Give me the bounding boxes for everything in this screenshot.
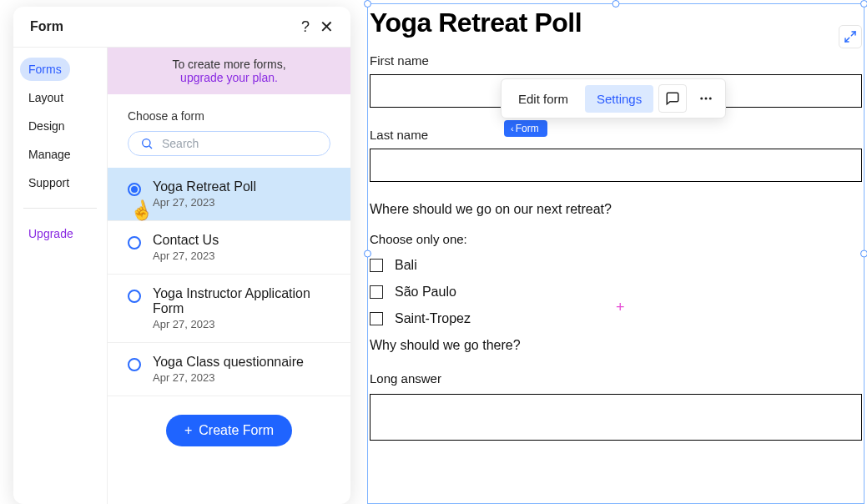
form-item-texts: Yoga Instructor Application Form Apr 27,… <box>153 286 330 330</box>
svg-point-0 <box>143 139 150 147</box>
upgrade-banner-line1: To create more forms, <box>172 58 285 71</box>
sidebar-item-forms[interactable]: Forms <box>20 58 70 81</box>
resize-handle-icon[interactable] <box>860 0 867 8</box>
search-box[interactable] <box>128 131 330 156</box>
option-label: Saint-Tropez <box>395 311 471 326</box>
option-row[interactable]: Saint-Tropez <box>370 311 864 326</box>
form-item-date: Apr 27, 2023 <box>153 249 219 262</box>
option-row[interactable]: Bali <box>370 258 864 273</box>
long-answer-label: Long answer <box>370 371 864 386</box>
option-label: Bali <box>395 258 417 273</box>
expand-icon[interactable] <box>839 25 862 48</box>
form-list-item[interactable]: Yoga Class questionnaire Apr 27, 2023 <box>108 343 350 396</box>
form-heading: Yoga Retreat Poll <box>370 6 864 53</box>
form-item-texts: Contact Us Apr 27, 2023 <box>153 233 219 262</box>
sidebar-item-design[interactable]: Design <box>20 114 73 138</box>
search-wrap <box>108 131 350 168</box>
form-panel: Form ? ✕ Forms Layout Design Manage Supp… <box>13 7 350 504</box>
form-item-title: Yoga Instructor Application Form <box>153 286 330 316</box>
more-icon[interactable] <box>692 84 720 113</box>
choose-a-form-label: Choose a form <box>108 94 350 131</box>
checkbox-icon[interactable] <box>370 312 383 325</box>
form-item-texts: Yoga Retreat Poll Apr 27, 2023 <box>153 179 256 209</box>
panel-title: Form <box>30 19 63 34</box>
panel-body: Forms Layout Design Manage Support Upgra… <box>13 48 350 504</box>
sidebar-item-support[interactable]: Support <box>20 171 78 194</box>
resize-handle-icon[interactable] <box>364 0 371 8</box>
form-item-title: Yoga Retreat Poll <box>153 179 256 194</box>
form-item-title: Contact Us <box>153 233 219 248</box>
first-name-label: First name <box>370 53 864 68</box>
form-item-date: Apr 27, 2023 <box>153 196 256 209</box>
form-list-item[interactable]: Contact Us Apr 27, 2023 <box>108 221 350 275</box>
side-main: To create more forms, upgrade your plan.… <box>107 48 350 504</box>
question-2-text: Why should we go there? <box>370 338 864 353</box>
edit-form-button[interactable]: Edit form <box>507 85 580 113</box>
sidebar-upgrade-link[interactable]: Upgrade <box>20 222 100 245</box>
form-list: Yoga Retreat Poll Apr 27, 2023 Contact U… <box>108 168 350 396</box>
svg-point-6 <box>709 98 712 100</box>
resize-handle-icon[interactable] <box>860 250 867 258</box>
search-input[interactable] <box>162 137 318 150</box>
choose-one-label: Choose only one: <box>370 232 864 246</box>
last-name-input[interactable] <box>370 149 862 182</box>
create-form-button[interactable]: + Create Form <box>166 415 292 446</box>
form-list-item[interactable]: Yoga Instructor Application Form Apr 27,… <box>108 275 350 343</box>
sidebar-divider <box>23 208 97 209</box>
element-toolbar: Edit form Settings <box>501 78 726 118</box>
upgrade-banner: To create more forms, upgrade your plan. <box>108 48 350 94</box>
breadcrumb-label: Form <box>516 123 539 134</box>
create-form-wrap: + Create Form <box>108 396 350 465</box>
option-row[interactable]: São Paulo <box>370 285 864 300</box>
form-item-date: Apr 27, 2023 <box>153 371 304 384</box>
long-answer-input[interactable] <box>370 394 862 441</box>
form-item-texts: Yoga Class questionnaire Apr 27, 2023 <box>153 355 304 384</box>
checkbox-icon[interactable] <box>370 259 383 272</box>
svg-point-5 <box>705 98 708 100</box>
radio-icon[interactable] <box>128 290 141 303</box>
settings-button[interactable]: Settings <box>585 85 653 113</box>
option-label: São Paulo <box>395 285 456 300</box>
close-icon[interactable]: ✕ <box>320 18 334 35</box>
upgrade-plan-link[interactable]: upgrade your plan. <box>180 71 278 84</box>
sidebar-item-layout[interactable]: Layout <box>20 86 72 109</box>
question-1-text: Where should we go on our next retreat? <box>370 202 864 217</box>
create-form-label: Create Form <box>199 423 274 438</box>
resize-handle-icon[interactable] <box>612 0 620 8</box>
last-name-label: Last name <box>370 128 864 142</box>
chevron-left-icon: ‹ <box>511 123 514 134</box>
form-item-date: Apr 27, 2023 <box>153 318 330 330</box>
form-item-title: Yoga Class questionnaire <box>153 355 304 370</box>
resize-handle-icon[interactable] <box>364 250 371 258</box>
sidebar-item-manage[interactable]: Manage <box>20 143 79 166</box>
breadcrumb-pill[interactable]: ‹ Form <box>504 120 547 137</box>
checkbox-icon[interactable] <box>370 285 383 299</box>
svg-point-4 <box>700 98 703 100</box>
comment-icon[interactable] <box>658 84 687 113</box>
plus-icon: + <box>184 424 192 437</box>
panel-header-actions: ? ✕ <box>301 18 334 35</box>
help-icon[interactable]: ? <box>301 19 310 34</box>
radio-icon[interactable] <box>128 183 141 196</box>
form-list-item[interactable]: Yoga Retreat Poll Apr 27, 2023 <box>108 168 350 221</box>
side-nav: Forms Layout Design Manage Support Upgra… <box>13 48 107 504</box>
radio-icon[interactable] <box>128 358 141 371</box>
svg-line-1 <box>149 146 152 149</box>
search-icon <box>140 137 154 150</box>
radio-icon[interactable] <box>128 236 141 249</box>
panel-header: Form ? ✕ <box>13 7 350 48</box>
